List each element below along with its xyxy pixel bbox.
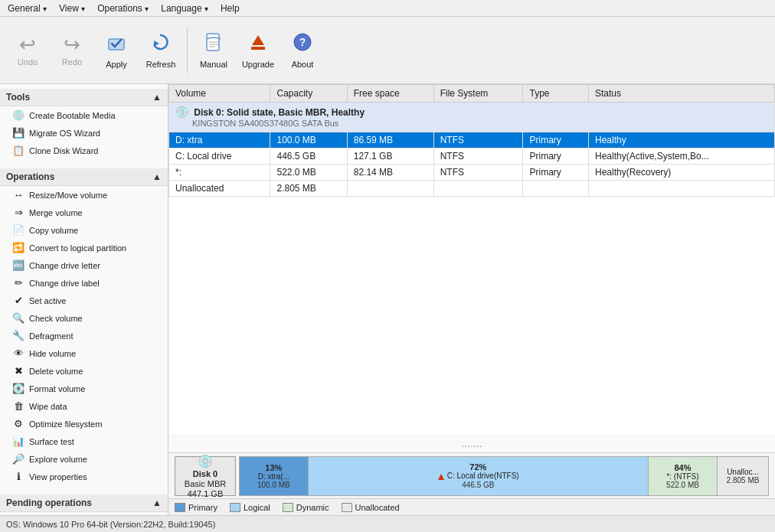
apply-icon (106, 31, 127, 57)
partition-data-table: Volume Capacity Free space File System T… (168, 84, 775, 197)
status-bar: OS: Windows 10 Pro 64-bit (Version:22H2,… (0, 515, 775, 532)
sidebar-item-hide[interactable]: 👁 Hide volume (0, 344, 168, 362)
sidebar-item-defragment[interactable]: 🔧 Defragment (0, 327, 168, 344)
sidebar-item-copy[interactable]: 📄 Copy volume (0, 221, 168, 239)
seg-unalloc-name: Unalloc... (727, 468, 759, 476)
disk-header-name: Disk 0: Solid state, Basic MBR, Healthy (194, 107, 365, 118)
sidebar-item-surface[interactable]: 📊 Surface test (0, 432, 168, 450)
seg-d-pct: 13% (265, 463, 282, 472)
seg-star-name: *: (NTFS) (666, 472, 698, 481)
migrate-os-icon: 💾 (12, 127, 25, 139)
change-letter-icon: 🔤 (12, 259, 25, 271)
sidebar-item-optimize[interactable]: ⚙ Optimize filesystem (0, 415, 168, 432)
redo-button[interactable]: ↪ Redo (51, 21, 93, 80)
row-freespace (347, 181, 433, 197)
legend-unallocated: Unallocated (342, 503, 400, 512)
properties-icon: ℹ (12, 471, 25, 482)
tools-collapse-icon: ▲ (152, 92, 162, 103)
table-row[interactable]: D: xtra 100.0 MB 86.59 MB NTFS Primary H… (169, 132, 775, 149)
segment-star[interactable]: 84% *: (NTFS) 522.0 MB (649, 457, 718, 495)
table-row[interactable]: C: Local drive 446.5 GB 127.1 GB NTFS Pr… (169, 149, 775, 165)
seg-star-pct: 84% (674, 463, 691, 472)
legend-primary: Primary (175, 503, 217, 512)
toolbar-sep1 (187, 28, 188, 73)
surface-icon: 📊 (12, 436, 25, 447)
legend-unallocated-swatch (342, 503, 352, 512)
row-freespace: 127.1 GB (347, 149, 433, 165)
sidebar-item-migrate-os[interactable]: 💾 Migrate OS Wizard (0, 124, 168, 142)
sidebar-item-properties[interactable]: ℹ View properties (0, 468, 168, 485)
legend-unallocated-label: Unallocated (355, 503, 400, 512)
format-icon: 💽 (12, 383, 25, 394)
disk-visual-icon: 💿 (198, 454, 213, 468)
row-type (523, 181, 589, 197)
menu-view[interactable]: View ▾ (54, 2, 90, 15)
sidebar-item-change-label[interactable]: ✏ Change drive label (0, 274, 168, 292)
sidebar-item-change-letter[interactable]: 🔤 Change drive letter (0, 256, 168, 274)
dots-divider: ....... (168, 434, 775, 452)
operations-header[interactable]: Operations ▲ (0, 168, 168, 186)
check-icon: 🔍 (12, 312, 25, 324)
svg-marker-1 (154, 41, 159, 46)
about-button[interactable]: ? About (281, 21, 324, 80)
sidebar-item-explore[interactable]: 🔎 Explore volume (0, 450, 168, 468)
row-status: Healthy(Active,System,Bo... (589, 149, 775, 165)
col-capacity: Capacity (270, 85, 347, 103)
sidebar-item-delete[interactable]: ✖ Delete volume (0, 362, 168, 380)
sidebar-item-check[interactable]: 🔍 Check volume (0, 309, 168, 327)
segment-d[interactable]: 13% D: xtra(... 100.0 MB (240, 457, 309, 495)
disk-header-row[interactable]: 💿 Disk 0: Solid state, Basic MBR, Health… (169, 103, 775, 132)
pending-collapse-icon: ▲ (152, 498, 162, 508)
tools-header[interactable]: Tools ▲ (0, 89, 168, 106)
segment-unalloc[interactable]: Unalloc... 2.805 MB (718, 457, 768, 495)
col-volume: Volume (169, 85, 270, 103)
table-row[interactable]: Unallocated 2.805 MB (169, 181, 775, 197)
sidebar-item-convert[interactable]: 🔁 Convert to logical partition (0, 239, 168, 256)
row-volume: C: Local drive (169, 149, 270, 165)
status-text: OS: Windows 10 Pro 64-bit (Version:22H2,… (6, 520, 215, 529)
row-capacity: 2.805 MB (270, 181, 347, 197)
about-icon: ? (292, 31, 313, 57)
sidebar-item-resize[interactable]: ↔ Resize/Move volume (0, 186, 168, 204)
upgrade-icon (247, 31, 269, 57)
row-volume: *: (169, 165, 270, 181)
legend-logical-label: Logical (244, 503, 270, 512)
sidebar-item-merge[interactable]: ⇒ Merge volume (0, 204, 168, 221)
row-capacity: 100.0 MB (270, 132, 347, 149)
pending-section: Pending operations ▲ (0, 490, 168, 515)
sidebar-item-format[interactable]: 💽 Format volume (0, 380, 168, 397)
legend-primary-label: Primary (188, 503, 217, 512)
svg-text:?: ? (299, 36, 306, 48)
row-fs (433, 181, 523, 197)
sidebar-item-clone-disk[interactable]: 📋 Clone Disk Wizard (0, 142, 168, 159)
toolbar: ↩ Undo ↪ Redo Apply Refresh (0, 17, 775, 84)
content-area: Volume Capacity Free space File System T… (168, 84, 775, 515)
manual-button[interactable]: Manual (192, 21, 235, 80)
seg-d-size: 100.0 MB (257, 481, 290, 489)
sidebar-item-wipe[interactable]: 🗑 Wipe data (0, 397, 168, 415)
upgrade-button[interactable]: Upgrade (237, 21, 280, 80)
pending-header[interactable]: Pending operations ▲ (0, 494, 168, 512)
row-volume: D: xtra (169, 132, 270, 149)
disk-segments: 13% D: xtra(... 100.0 MB 72% C: Local dr… (239, 456, 769, 496)
apply-button[interactable]: Apply (95, 21, 138, 80)
disk-visual-name: Disk 0 (193, 469, 217, 478)
sidebar-item-create-bootable[interactable]: 💿 Create Bootable Media (0, 106, 168, 124)
row-fs: NTFS (433, 149, 523, 165)
refresh-button[interactable]: Refresh (139, 21, 182, 80)
menu-language[interactable]: Language ▾ (156, 2, 213, 15)
menu-help[interactable]: Help (216, 2, 244, 15)
col-status: Status (589, 85, 775, 103)
seg-unalloc-size: 2.805 MB (727, 476, 760, 485)
seg-c-name: C: Local drive(NTFS) (437, 472, 519, 480)
hide-icon: 👁 (12, 348, 25, 359)
menu-operations[interactable]: Operations ▾ (93, 2, 153, 15)
refresh-icon (150, 31, 172, 57)
sidebar-item-set-active[interactable]: ✔ Set active (0, 292, 168, 309)
row-status: Healthy (589, 132, 775, 149)
menu-general[interactable]: General ▾ (3, 2, 51, 15)
segment-c[interactable]: 72% C: Local drive(NTFS) 446.5 GB (309, 457, 649, 495)
col-filesystem: File System (433, 85, 523, 103)
table-row[interactable]: *: 522.0 MB 82.14 MB NTFS Primary Health… (169, 165, 775, 181)
undo-button[interactable]: ↩ Undo (6, 21, 49, 80)
